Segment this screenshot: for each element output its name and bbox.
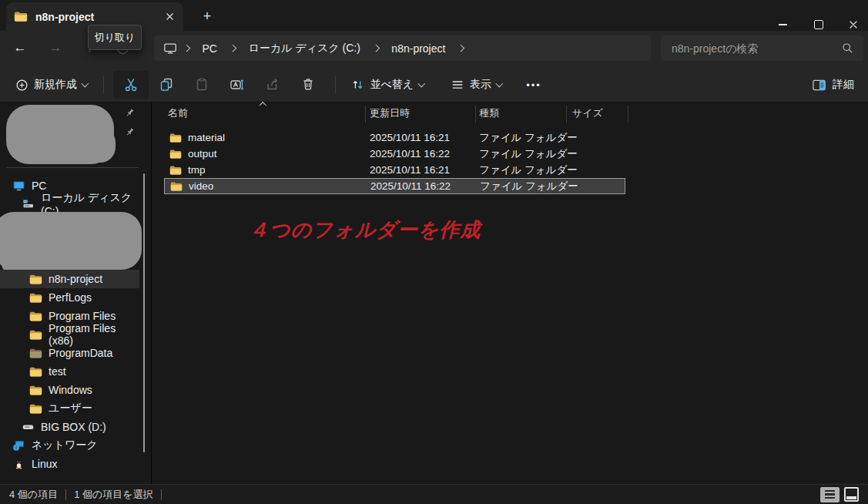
sidebar-item-users[interactable]: ユーザー <box>0 399 139 418</box>
sidebar-item-big-box-d[interactable]: BIG BOX (D:) <box>0 418 139 436</box>
plus-circle-icon <box>15 79 28 92</box>
minimize-button[interactable] <box>776 18 789 31</box>
this-pc-icon <box>163 42 177 55</box>
hidden-folder-icon <box>29 347 42 360</box>
sidebar-scrollbar[interactable] <box>143 173 145 452</box>
column-header-modified[interactable]: 更新日時 <box>370 106 410 120</box>
forward-button[interactable]: → <box>45 38 65 58</box>
file-type: ファイル フォルダー <box>480 180 578 193</box>
rename-icon <box>230 77 245 92</box>
sort-button[interactable]: 並べ替え <box>345 71 431 99</box>
folder-icon <box>169 165 182 176</box>
sidebar-item-label: Program Files <box>49 310 116 322</box>
sort-ascending-icon <box>260 102 266 109</box>
sidebar-item-network[interactable]: ネットワーク <box>0 436 139 455</box>
file-row-tmp[interactable]: tmp 2025/10/11 16:21 ファイル フォルダー <box>164 162 625 178</box>
column-header-type[interactable]: 種類 <box>479 106 499 120</box>
close-button[interactable] <box>847 18 860 31</box>
sort-label: 並べ替え <box>370 78 414 92</box>
file-type: ファイル フォルダー <box>479 147 578 161</box>
status-divider <box>161 489 162 500</box>
close-icon <box>848 19 859 30</box>
pin-icon[interactable] <box>124 127 135 138</box>
maximize-button[interactable] <box>813 18 825 31</box>
maximize-icon <box>814 20 823 29</box>
column-divider[interactable] <box>566 106 567 123</box>
toolbar-divider <box>335 76 336 93</box>
more-options-button[interactable]: ••• <box>518 79 549 91</box>
column-header-size[interactable]: サイズ <box>572 106 603 120</box>
chevron-right-icon <box>230 45 236 52</box>
column-divider[interactable] <box>365 106 366 123</box>
tooltip-text: 切り取り <box>95 31 136 45</box>
chevron-down-icon <box>82 80 89 87</box>
search-input[interactable] <box>670 42 841 55</box>
sidebar-item-label: n8n-project <box>49 273 102 285</box>
rename-button[interactable] <box>220 71 255 99</box>
paste-button[interactable] <box>184 71 220 99</box>
copy-button[interactable] <box>149 71 184 99</box>
disk-drive-icon <box>22 198 35 211</box>
sidebar-item-label: ProgramData <box>49 347 112 359</box>
cut-button[interactable] <box>113 71 149 99</box>
file-name: tmp <box>188 164 206 176</box>
file-type: ファイル フォルダー <box>479 163 578 177</box>
copy-icon <box>159 77 174 92</box>
breadcrumb-n8n-project[interactable]: n8n-project <box>385 42 451 55</box>
sidebar-item-windows[interactable]: Windows <box>0 381 139 399</box>
file-modified: 2025/10/11 16:22 <box>370 148 450 160</box>
address-bar[interactable]: PC ローカル ディスク (C:) n8n-project <box>154 35 651 61</box>
command-toolbar: 新規作成 並べ替え 表示 <box>0 68 868 102</box>
sidebar-item-program-files-x86[interactable]: Program Files (x86) <box>0 325 139 344</box>
sidebar-item-label: BIG BOX (D:) <box>41 421 106 433</box>
sidebar-item-n8n-project[interactable]: n8n-project <box>0 270 139 288</box>
view-lines-icon <box>451 78 464 92</box>
share-icon <box>265 77 280 92</box>
item-count: 4 個の項目 <box>9 488 58 502</box>
linux-penguin-icon <box>12 458 25 471</box>
search-box[interactable] <box>661 35 863 61</box>
details-pane-button[interactable]: 詳細 <box>812 78 859 92</box>
new-button[interactable]: 新規作成 <box>9 71 94 99</box>
file-name: output <box>188 148 217 160</box>
sidebar-item-test[interactable]: test <box>0 362 139 381</box>
file-modified: 2025/10/11 16:22 <box>370 180 451 192</box>
new-tab-button[interactable]: + <box>197 6 217 26</box>
sidebar-item-perflogs[interactable]: PerfLogs <box>0 288 139 307</box>
folder-icon <box>29 273 42 286</box>
delete-button[interactable] <box>290 71 326 99</box>
sidebar-item-label: Windows <box>49 384 92 396</box>
column-divider[interactable] <box>475 106 476 123</box>
back-button[interactable]: ← <box>10 38 30 58</box>
folder-icon <box>29 310 42 323</box>
file-row-video-selected[interactable]: video 2025/10/11 16:22 ファイル フォルダー <box>164 178 625 194</box>
file-modified: 2025/10/11 16:21 <box>370 164 450 176</box>
pin-icon[interactable] <box>124 108 135 119</box>
sidebar-item-linux[interactable]: Linux <box>0 455 139 473</box>
column-divider[interactable] <box>628 106 628 123</box>
tab-close-button[interactable] <box>163 11 176 23</box>
large-icons-view-toggle[interactable] <box>844 487 859 502</box>
folder-icon <box>169 149 182 160</box>
sidebar-divider <box>6 167 139 168</box>
file-type: ファイル フォルダー <box>479 131 578 145</box>
folder-icon <box>29 328 42 341</box>
external-drive-icon <box>22 421 35 434</box>
column-header-name[interactable]: 名前 <box>168 106 188 120</box>
sort-arrows-icon <box>351 78 365 92</box>
details-view-icon <box>825 490 835 499</box>
sidebar-item-label: ユーザー <box>49 402 92 415</box>
view-button[interactable]: 表示 <box>444 71 508 99</box>
status-bar: 4 個の項目 1 個の項目を選択 <box>0 484 868 504</box>
sidebar-item-local-disk-c[interactable]: ローカル ディスク (C:) <box>0 195 139 213</box>
share-button[interactable] <box>255 71 290 99</box>
sidebar-item-programdata[interactable]: ProgramData <box>0 344 139 362</box>
file-row-material[interactable]: material 2025/10/11 16:21 ファイル フォルダー <box>164 129 625 146</box>
folder-icon <box>29 365 42 378</box>
breadcrumb-local-disk[interactable]: ローカル ディスク (C:) <box>242 42 366 55</box>
file-row-output[interactable]: output 2025/10/11 16:22 ファイル フォルダー <box>164 146 625 162</box>
details-view-toggle[interactable] <box>820 487 840 502</box>
breadcrumb-pc[interactable]: PC <box>196 42 223 55</box>
trash-icon <box>300 77 316 92</box>
view-label: 表示 <box>470 78 491 92</box>
